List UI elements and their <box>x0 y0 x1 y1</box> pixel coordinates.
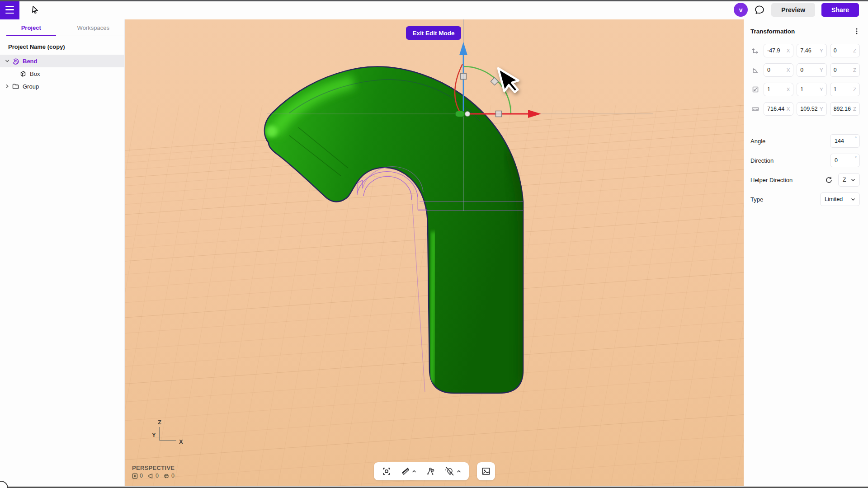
folder-icon <box>11 83 20 90</box>
cone-counter: 0 <box>147 473 159 479</box>
avatar[interactable]: v <box>734 3 748 17</box>
cube-count-icon <box>163 473 170 479</box>
window-bottom-edge <box>0 486 868 488</box>
transform-row-rotation: 0X 0Y 0Z <box>750 63 860 77</box>
view-mode-label: PERSPECTIVE <box>132 465 175 471</box>
scene-layer <box>125 19 744 488</box>
tree-item-group[interactable]: Group <box>0 80 124 93</box>
scale-y-input[interactable]: 1Y <box>797 83 826 96</box>
direction-input[interactable]: 0 ° <box>830 154 860 167</box>
preview-button[interactable]: Preview <box>771 3 815 17</box>
window-top-edge <box>0 0 868 1</box>
gizmo-origin-knob[interactable] <box>465 112 470 117</box>
tree-item-bend[interactable]: Bend <box>0 55 124 67</box>
skeleton-button[interactable] <box>422 465 439 478</box>
direction-field: Direction 0 ° <box>750 154 860 167</box>
transform-row-scale: 1X 1Y 1Z <box>750 83 860 96</box>
angle-label: Angle <box>750 138 765 145</box>
viewport-toolbar <box>374 462 495 480</box>
focus-button[interactable] <box>378 465 395 478</box>
kebab-menu-icon[interactable] <box>854 28 860 35</box>
direction-label: Direction <box>750 157 774 164</box>
panel-title: Transformation <box>750 28 795 35</box>
app-window: v Preview Share Project Workspaces Proje… <box>0 0 868 488</box>
gizmo-origin-pill[interactable] <box>455 111 465 117</box>
refresh-icon[interactable] <box>825 176 833 184</box>
chevron-down-icon[interactable] <box>4 59 11 63</box>
rotation-icon <box>750 66 760 74</box>
position-y-input[interactable]: 7.46Y <box>797 44 826 57</box>
position-z-input[interactable]: 0Z <box>830 44 860 57</box>
chevron-down-icon <box>851 178 855 182</box>
select-tool-icon[interactable] <box>30 5 39 14</box>
axis-label-y: Y <box>152 432 156 438</box>
position-x-input[interactable]: -47.9X <box>764 44 793 57</box>
scale-x-input[interactable]: 1X <box>764 83 793 96</box>
shading-mode-button[interactable] <box>397 465 420 478</box>
axis-triad: Z Y X <box>146 418 188 452</box>
chevron-down-icon <box>851 198 855 201</box>
dimensions-z-input[interactable]: 892.16Z <box>830 102 860 116</box>
tree-item-label: Bend <box>23 58 38 65</box>
bend-object[interactable] <box>264 67 525 393</box>
cone-count-icon <box>147 473 154 479</box>
tree-item-box[interactable]: Box <box>0 67 124 80</box>
cube-icon <box>18 70 27 78</box>
gizmo-handle-diamond[interactable] <box>491 78 499 85</box>
tree-item-label: Box <box>30 70 40 77</box>
panel-counter: 0 <box>132 473 143 479</box>
axis-label-x: X <box>179 438 183 445</box>
top-bar: v Preview Share <box>0 0 868 19</box>
tab-workspaces[interactable]: Workspaces <box>62 19 125 36</box>
tab-project[interactable]: Project <box>0 19 62 36</box>
sidebar-tabs: Project Workspaces <box>0 19 124 36</box>
chevron-up-icon <box>412 469 416 473</box>
gizmo-handle-square-z[interactable] <box>461 74 467 80</box>
left-sidebar: Project Workspaces Project Name (copy) B… <box>0 19 125 488</box>
hamburger-menu-button[interactable] <box>0 0 19 19</box>
position-icon <box>750 47 760 55</box>
share-button[interactable]: Share <box>821 3 859 17</box>
gizmo-arrowhead-red[interactable] <box>528 110 541 118</box>
bend-spiral-icon <box>11 57 20 65</box>
gizmo-handle-square-x[interactable] <box>496 111 502 117</box>
tree-item-label: Group <box>23 83 39 90</box>
exit-edit-mode-button[interactable]: Exit Edit Mode <box>406 26 461 40</box>
chat-icon[interactable] <box>754 5 765 15</box>
scale-z-input[interactable]: 1Z <box>830 83 860 96</box>
type-dropdown[interactable]: Limited <box>820 192 860 206</box>
panel-count-icon <box>132 473 138 479</box>
transform-row-position: -47.9X 7.46Y 0Z <box>750 44 860 57</box>
screenshot-button[interactable] <box>477 462 495 480</box>
scale-icon <box>750 85 760 94</box>
viewport-canvas[interactable]: Exit Edit Mode Z Y X PERSPECTIVE 0 <box>125 19 744 488</box>
helper-direction-dropdown[interactable]: Z <box>838 173 860 187</box>
rotation-z-input[interactable]: 0Z <box>830 63 860 77</box>
gizmo-arrowhead-blue[interactable] <box>459 42 467 55</box>
project-name: Project Name (copy) <box>0 36 124 55</box>
dimensions-x-input[interactable]: 716.44X <box>764 102 793 116</box>
cube-counter: 0 <box>163 473 175 479</box>
properties-panel: Transformation -47.9X 7.46Y 0Z 0X 0Y 0Z <box>744 19 868 488</box>
dimensions-y-input[interactable]: 109.52Y <box>797 102 826 116</box>
mouse-cursor <box>498 68 519 92</box>
dimensions-ruler-icon <box>750 105 760 113</box>
type-field: Type Limited <box>750 192 860 206</box>
transform-row-dimensions: 716.44X 109.52Y 892.16Z <box>750 102 860 116</box>
axis-label-z: Z <box>158 419 161 426</box>
angle-field: Angle 144 ° <box>750 134 860 148</box>
chevron-right-icon[interactable] <box>4 84 11 89</box>
angle-input[interactable]: 144 ° <box>830 134 860 148</box>
view-info: PERSPECTIVE 0 0 0 <box>132 465 175 479</box>
chevron-up-icon <box>457 469 461 473</box>
helper-direction-field: Helper Direction Z <box>750 173 860 187</box>
lighting-toggle-button[interactable] <box>441 465 464 478</box>
helper-direction-label: Helper Direction <box>750 177 793 183</box>
type-label: Type <box>750 196 763 203</box>
rotation-y-input[interactable]: 0Y <box>797 63 826 77</box>
rotation-x-input[interactable]: 0X <box>764 63 793 77</box>
